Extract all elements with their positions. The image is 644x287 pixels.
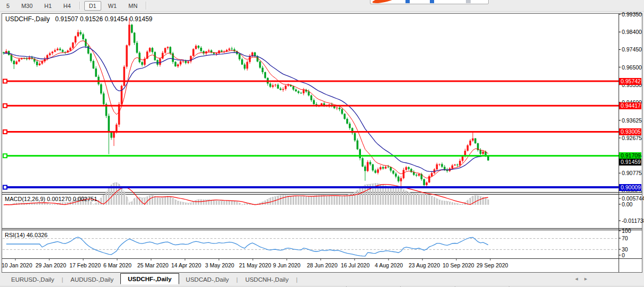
symbol-tab-audusd[interactable]: AUDUSD-,Daily: [64, 275, 120, 284]
date-label: 29 Sep 2020: [477, 262, 508, 268]
tab-divider: |: [296, 276, 297, 283]
rsi-level-lines: [3, 239, 619, 250]
date-label: 4 Aug 2020: [375, 262, 403, 268]
date-label: 23 Aug 2020: [409, 262, 440, 268]
symbol-tab-usdchf[interactable]: USDCHF-,Daily: [120, 273, 179, 284]
date-label: 28 Jun 2020: [307, 262, 338, 268]
macd-label: MACD(12,26,9) 0.001270 0.002751: [5, 196, 97, 202]
macd-values: 0.001270 0.002751: [47, 196, 97, 202]
line-handle[interactable]: [3, 154, 7, 158]
date-label: 9 Jun 2020: [273, 262, 301, 268]
moving-average-8: [4, 41, 488, 178]
candlesticks: [3, 18, 489, 188]
date-label: 21 May 2020: [239, 262, 271, 268]
price-tick-label: 0.96500: [622, 64, 642, 71]
rsi-axis-label: 70: [622, 235, 628, 241]
date-label: 14 Apr 2020: [171, 262, 201, 268]
date-label: 10 Sep 2020: [443, 262, 474, 268]
symbol-tab-usdcad[interactable]: USDCAD-,Daily: [179, 275, 236, 284]
price-tick-label: 0.93625: [622, 117, 642, 124]
price-tick-label: 0.99350: [622, 11, 642, 18]
date-label: 10 Jan 2020: [2, 262, 32, 268]
price-tick-label: 0.92675: [622, 135, 642, 141]
macd-axis-label: 0.00: [622, 201, 632, 207]
tab-divider: |: [236, 276, 238, 283]
line-handle[interactable]: [3, 186, 7, 189]
date-label: 29 Jan 2020: [36, 262, 66, 268]
chart-tab-bar: EURUSD-,Daily|AUDUSD-,DailyUSDCHF-,Daily…: [0, 273, 644, 285]
price-tick-label: 0.98400: [622, 29, 642, 35]
tab-scroll-left-icon[interactable]: ◀: [575, 277, 578, 281]
rsi-axis-label: 100: [622, 228, 631, 234]
rsi-line: [6, 237, 488, 256]
date-label: 25 Mar 2020: [137, 262, 169, 268]
line-handle[interactable]: [3, 130, 7, 134]
rsi-label: RSI(14) 46.0326: [5, 232, 48, 238]
tab-scroll-arrows: ◀ ▶: [575, 274, 599, 284]
line-price-tag: 0.90009: [619, 184, 641, 191]
chart-title: USDCHF-,Daily0.91507 0.91526 0.91454 0.9…: [5, 15, 153, 23]
chart-ohlc-values: 0.91507 0.91526 0.91454 0.91459: [55, 15, 153, 23]
moving-average-20: [4, 47, 488, 172]
current-price-tag: 0.91459: [619, 159, 641, 166]
line-price-tag: 0.94417: [619, 102, 641, 109]
rsi-value: 46.0326: [27, 232, 48, 238]
date-label: 16 Jul 2020: [341, 262, 369, 268]
line-price-tag: 0.93005: [619, 128, 641, 135]
date-label: 17 Feb 2020: [69, 262, 101, 268]
symbol-tab-usdcnh[interactable]: USDCNH-,Daily: [239, 275, 296, 284]
date-label: 6 Mar 2020: [103, 262, 131, 268]
chart-symbol-label: USDCHF-,Daily: [5, 15, 50, 23]
line-handle[interactable]: [3, 104, 7, 108]
price-tick-label: 0.97450: [622, 46, 642, 53]
chart-canvas[interactable]: [0, 0, 644, 287]
date-label: 3 May 2020: [205, 262, 234, 268]
rsi-axis-label: 0: [622, 252, 625, 258]
macd-axis-label: -0.011738: [622, 218, 644, 224]
line-price-tag: 0.95742: [619, 78, 641, 85]
symbol-tab-eurusd[interactable]: EURUSD-,Daily: [4, 275, 61, 284]
tab-divider: |: [61, 276, 63, 283]
tab-scroll-right-icon[interactable]: ▶: [584, 277, 587, 281]
price-tick-label: 0.90775: [622, 170, 642, 176]
line-handle[interactable]: [3, 80, 7, 83]
